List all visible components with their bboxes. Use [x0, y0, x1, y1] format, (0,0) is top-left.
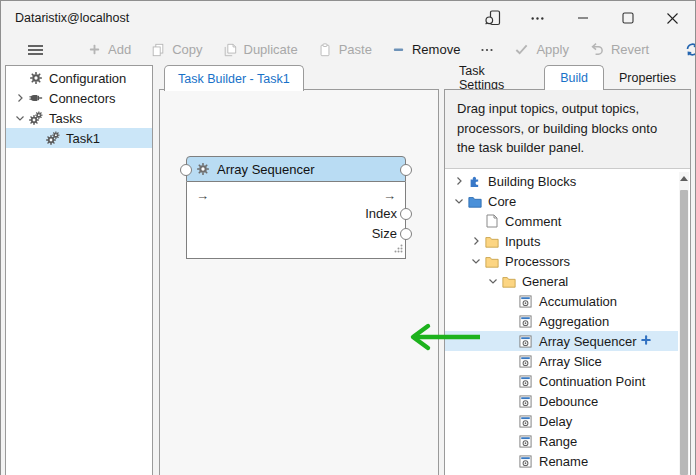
toolbox-item-general[interactable]: General	[445, 271, 678, 291]
processor-icon	[517, 395, 534, 408]
chevron-right-icon[interactable]	[12, 93, 27, 103]
right-tab-strip: Task Settings Build Properties	[444, 65, 691, 90]
tab-task-settings-label: Task Settings	[459, 64, 529, 92]
node-header[interactable]: Array Sequencer	[186, 156, 406, 182]
minus-icon	[392, 43, 405, 56]
nav-tree-item-connectors[interactable]: Connectors	[6, 88, 152, 108]
chevron-right-icon[interactable]	[451, 176, 466, 186]
right-panel: Task Settings Build Properties Drag inpu…	[444, 65, 691, 475]
close-icon[interactable]	[650, 1, 695, 35]
tab-build-label: Build	[560, 71, 588, 85]
tab-properties[interactable]: Properties	[604, 65, 691, 90]
toolbox-item-label: Array Slice	[539, 354, 602, 369]
toolbox-item-label: Comment	[505, 214, 561, 229]
toolbox-item-range[interactable]: Range	[445, 431, 678, 451]
search-document-icon[interactable]	[470, 1, 515, 35]
add-button[interactable]: Add	[88, 42, 131, 57]
app-window: Dataristix@localhost Add Copy Duplicate …	[0, 0, 696, 475]
nav-tree-item-tasks[interactable]: Tasks	[6, 108, 152, 128]
tab-properties-label: Properties	[619, 71, 676, 85]
scroll-up-icon[interactable]	[679, 172, 689, 185]
duplicate-button[interactable]: Duplicate	[223, 42, 298, 57]
toolbox-item-delay[interactable]: Delay	[445, 411, 678, 431]
toolbox-item-label: Processors	[505, 254, 570, 269]
toolbox-item-label: Debounce	[539, 394, 598, 409]
paste-button[interactable]: Paste	[318, 42, 372, 57]
paste-icon	[318, 43, 332, 57]
gear-icon	[196, 162, 210, 176]
refresh-icon	[685, 42, 696, 57]
toolbox-item-label: Continuation Point	[539, 374, 645, 389]
task-builder-canvas[interactable]: Array Sequencer → → Index Size	[159, 89, 439, 475]
chevron-down-icon[interactable]	[451, 196, 466, 206]
nav-tree-item-label: Tasks	[49, 111, 82, 126]
duplicate-icon	[223, 43, 237, 57]
nav-tree-item-task1[interactable]: Task1	[6, 128, 152, 148]
chevron-right-icon[interactable]	[468, 236, 483, 246]
toolbox-item-core[interactable]: Core	[445, 191, 678, 211]
copy-button[interactable]: Copy	[151, 42, 202, 57]
revert-label: Revert	[611, 42, 649, 57]
paste-label: Paste	[339, 42, 372, 57]
processor-icon	[517, 295, 534, 308]
toolbox-item-label: Core	[488, 194, 516, 209]
toolbox-item-building-blocks[interactable]: Building Blocks	[445, 171, 678, 191]
nav-tree-item-label: Task1	[66, 131, 100, 146]
add-to-canvas-icon[interactable]	[640, 334, 652, 349]
menu-button[interactable]	[27, 42, 44, 58]
scrollbar[interactable]	[679, 172, 689, 475]
toolbox-item-scale-and-offset[interactable]: Scale and Offset	[445, 471, 678, 475]
toolbar-more-button[interactable]	[480, 43, 494, 57]
array-sequencer-node[interactable]: Array Sequencer → → Index Size	[186, 156, 406, 259]
toolbox-item-label: Accumulation	[539, 294, 617, 309]
more-icon[interactable]	[515, 1, 560, 35]
node-input-port[interactable]	[180, 164, 192, 176]
plus-icon	[88, 43, 101, 56]
processor-icon	[517, 355, 534, 368]
refresh-button[interactable]: Refresh	[685, 42, 696, 57]
scrollbar-thumb[interactable]	[680, 190, 688, 475]
toolbox-item-accumulation[interactable]: Accumulation	[445, 291, 678, 311]
toolbox-tree: Building BlocksCoreCommentInputsProcesso…	[445, 171, 678, 475]
node-title: Array Sequencer	[217, 162, 315, 177]
revert-button[interactable]: Revert	[589, 42, 649, 57]
remove-label: Remove	[412, 42, 460, 57]
processor-icon	[517, 435, 534, 448]
chevron-down-icon[interactable]	[485, 276, 500, 286]
toolbox-item-array-slice[interactable]: Array Slice	[445, 351, 678, 371]
maximize-icon[interactable]	[605, 1, 650, 35]
title-bar: Dataristix@localhost	[1, 1, 695, 35]
minimize-icon[interactable]	[560, 1, 605, 35]
node-output-port[interactable]	[400, 164, 412, 176]
toolbox-item-label: Rename	[539, 454, 588, 469]
toolbox-item-label: Delay	[539, 414, 572, 429]
add-label: Add	[108, 42, 131, 57]
toolbox-item-array-sequencer[interactable]: Array Sequencer	[445, 331, 678, 351]
nav-tree-item-configuration[interactable]: Configuration	[6, 68, 152, 88]
node-port-label-index: Index	[365, 207, 397, 221]
chevron-down-icon[interactable]	[468, 256, 483, 266]
toolbox-item-debounce[interactable]: Debounce	[445, 391, 678, 411]
toolbox-item-continuation-point[interactable]: Continuation Point	[445, 371, 678, 391]
tab-task-builder[interactable]: Task Builder - Task1	[164, 65, 304, 91]
node-input-arrow: →	[196, 188, 209, 203]
processor-icon	[517, 335, 534, 348]
toolbox-item-label: General	[522, 274, 568, 289]
toolbox-item-processors[interactable]: Processors	[445, 251, 678, 271]
chevron-down-icon[interactable]	[12, 113, 27, 123]
toolbox-item-inputs[interactable]: Inputs	[445, 231, 678, 251]
tab-build[interactable]: Build	[544, 65, 604, 90]
tab-task-settings[interactable]: Task Settings	[444, 65, 544, 90]
node-size-port[interactable]	[400, 228, 412, 240]
apply-label: Apply	[536, 42, 569, 57]
apply-button[interactable]: Apply	[514, 42, 569, 57]
toolbox-item-comment[interactable]: Comment	[445, 211, 678, 231]
navigation-tree-panel: ConfigurationConnectorsTasksTask1	[5, 65, 153, 475]
resize-grip-icon[interactable]	[394, 241, 403, 256]
toolbox-item-rename[interactable]: Rename	[445, 451, 678, 471]
node-index-port[interactable]	[400, 208, 412, 220]
check-icon	[514, 42, 529, 57]
remove-button[interactable]: Remove	[392, 42, 460, 57]
task-builder-area: Task Builder - Task1 Array Sequencer → →…	[159, 65, 439, 475]
toolbox-item-aggregation[interactable]: Aggregation	[445, 311, 678, 331]
